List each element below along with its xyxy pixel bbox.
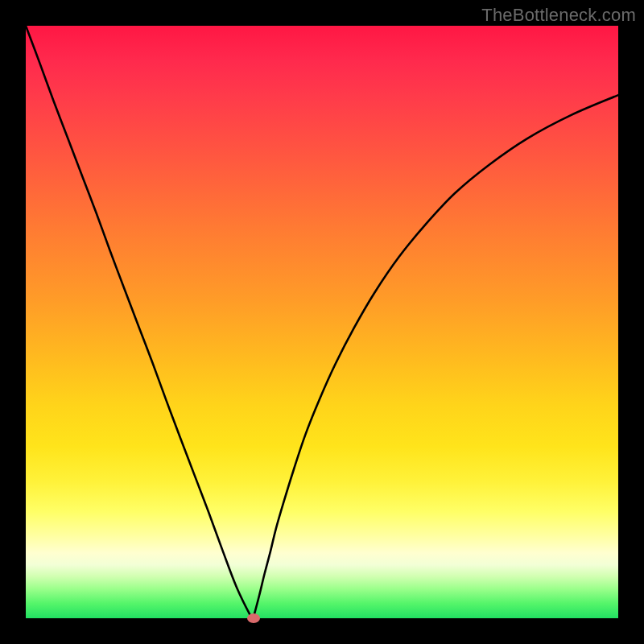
chart-frame: TheBottleneck.com (0, 0, 644, 644)
curve-right-branch (254, 95, 618, 618)
watermark-text: TheBottleneck.com (481, 5, 636, 26)
curve-svg (26, 26, 618, 618)
plot-area (26, 26, 618, 618)
minimum-marker (247, 613, 260, 623)
curve-left-branch (26, 26, 254, 618)
